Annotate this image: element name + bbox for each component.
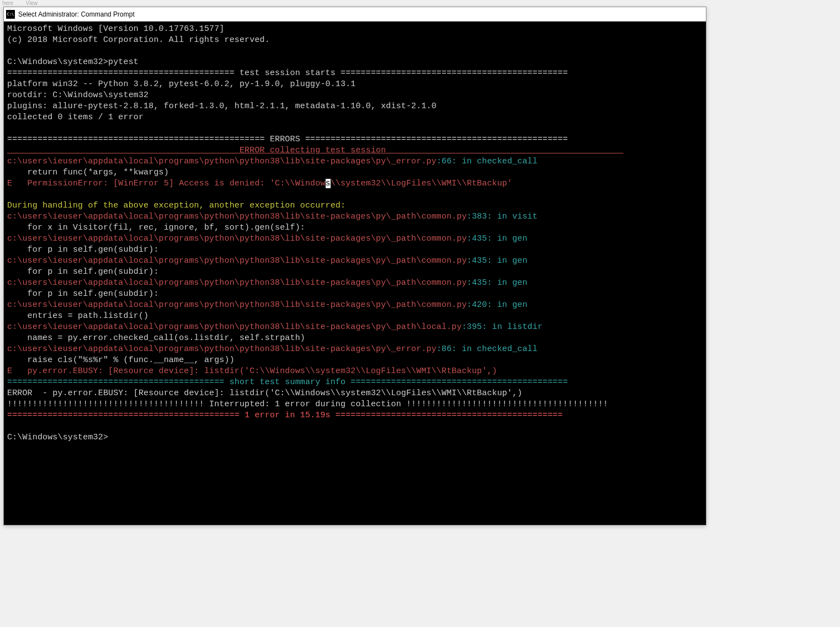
menu-ghost-item: View: [26, 0, 38, 6]
terminal-line: return func(*args, **kwargs): [7, 167, 703, 178]
terminal-line: collected 0 items / 1 error: [7, 112, 703, 123]
command-prompt-window: Select Administrator: Command Prompt Mic…: [3, 7, 706, 525]
cmd-icon: [6, 10, 15, 19]
terminal-line: (c) 2018 Microsoft Corporation. All righ…: [7, 35, 703, 46]
terminal-line: [7, 123, 703, 134]
terminal-line: c:\users\ieuser\appdata\local\programs\p…: [7, 211, 703, 222]
terminal-line: ========================================…: [7, 377, 703, 388]
terminal-line: !!!!!!!!!!!!!!!!!!!!!!!!!!!!!!!!!!!!!!! …: [7, 399, 703, 410]
terminal-line: c:\users\ieuser\appdata\local\programs\p…: [7, 278, 703, 289]
terminal-line: [7, 189, 703, 200]
terminal-line: rootdir: C:\Windows\system32: [7, 90, 703, 101]
terminal-line: platform win32 -- Python 3.8.2, pytest-6…: [7, 79, 703, 90]
terminal-line: c:\users\ieuser\appdata\local\programs\p…: [7, 256, 703, 267]
terminal-line: entries = path.listdir(): [7, 311, 703, 322]
terminal-line: [7, 421, 703, 432]
terminal-line: plugins: allure-pytest-2.8.18, forked-1.…: [7, 101, 703, 112]
terminal-line: During handling of the above exception, …: [7, 200, 703, 211]
terminal-line: c:\users\ieuser\appdata\local\programs\p…: [7, 233, 703, 245]
terminal-line: ========================================…: [7, 68, 703, 79]
terminal-line: for p in self.gen(subdir):: [7, 289, 703, 300]
terminal-line: c:\users\ieuser\appdata\local\programs\p…: [7, 300, 703, 311]
terminal-line: raise cls("%s%r" % (func.__name__, args)…: [7, 355, 703, 366]
terminal-line: c:\users\ieuser\appdata\local\programs\p…: [7, 344, 703, 355]
background-menu-ghost: here View: [2, 0, 49, 6]
window-title: Select Administrator: Command Prompt: [18, 10, 135, 18]
terminal-line: [7, 46, 703, 57]
terminal-line: E py.error.EBUSY: [Resource device]: lis…: [7, 366, 703, 377]
terminal-line: c:\users\ieuser\appdata\local\programs\p…: [7, 322, 703, 333]
terminal-line: for x in Visitor(fil, rec, ignore, bf, s…: [7, 222, 703, 233]
terminal-line: for p in self.gen(subdir):: [7, 245, 703, 256]
terminal-line: C:\Windows\system32>pytest: [7, 57, 703, 68]
menu-ghost-item: here: [2, 0, 13, 6]
terminal-line: E PermissionError: [WinError 5] Access i…: [7, 178, 703, 189]
terminal-output[interactable]: Microsoft Windows [Version 10.0.17763.15…: [4, 22, 706, 525]
terminal-line: ________________________________________…: [7, 145, 703, 156]
terminal-line: names = py.error.checked_call(os.listdir…: [7, 333, 703, 344]
terminal-line: ========================================…: [7, 134, 703, 145]
terminal-line: C:\Windows\system32>: [7, 432, 703, 443]
terminal-line: ========================================…: [7, 410, 703, 421]
titlebar[interactable]: Select Administrator: Command Prompt: [4, 7, 706, 22]
terminal-line: Microsoft Windows [Version 10.0.17763.15…: [7, 24, 703, 35]
terminal-line: c:\users\ieuser\appdata\local\programs\p…: [7, 156, 703, 167]
terminal-line: for p in self.gen(subdir):: [7, 267, 703, 278]
terminal-line: ERROR - py.error.EBUSY: [Resource device…: [7, 388, 703, 399]
